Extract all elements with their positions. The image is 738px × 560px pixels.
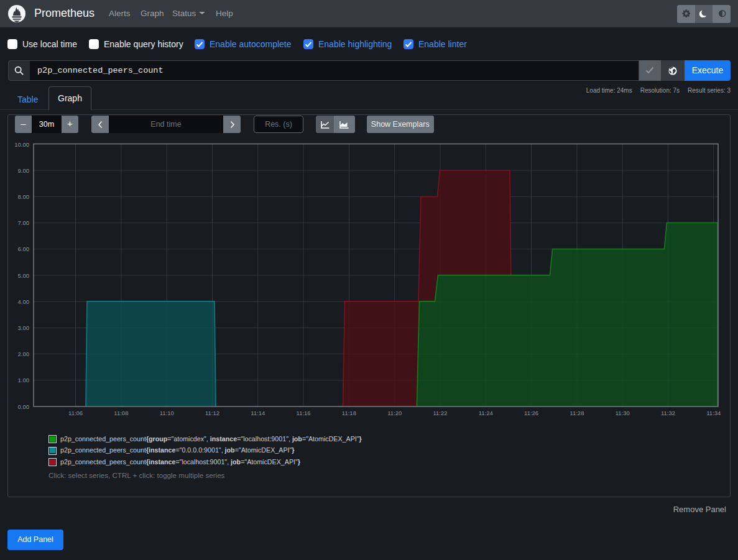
svg-text:11:16: 11:16 <box>297 410 311 416</box>
svg-text:11:08: 11:08 <box>114 410 128 416</box>
svg-text:11:20: 11:20 <box>387 410 402 416</box>
svg-text:11:12: 11:12 <box>205 410 219 416</box>
svg-text:9.00: 9.00 <box>18 167 30 174</box>
svg-text:3.00: 3.00 <box>18 324 30 331</box>
svg-text:11:22: 11:22 <box>433 410 447 416</box>
svg-text:11:28: 11:28 <box>570 410 584 416</box>
svg-text:10.00: 10.00 <box>14 141 29 148</box>
svg-text:6.00: 6.00 <box>18 246 30 252</box>
svg-text:11:24: 11:24 <box>479 410 493 416</box>
svg-text:11:34: 11:34 <box>706 410 721 416</box>
svg-text:11:30: 11:30 <box>616 410 630 416</box>
svg-text:0.00: 0.00 <box>18 403 30 410</box>
svg-text:1.00: 1.00 <box>18 377 30 383</box>
svg-text:2.00: 2.00 <box>18 351 30 357</box>
svg-text:5.00: 5.00 <box>18 272 30 279</box>
svg-text:4.00: 4.00 <box>18 298 30 305</box>
svg-text:11:18: 11:18 <box>342 410 356 416</box>
svg-text:11:14: 11:14 <box>251 410 265 416</box>
svg-text:7.00: 7.00 <box>18 219 30 226</box>
svg-text:8.00: 8.00 <box>18 193 30 200</box>
svg-text:11:10: 11:10 <box>160 410 174 416</box>
svg-text:11:06: 11:06 <box>68 410 83 416</box>
svg-text:11:32: 11:32 <box>661 410 675 416</box>
svg-text:11:26: 11:26 <box>524 410 538 416</box>
